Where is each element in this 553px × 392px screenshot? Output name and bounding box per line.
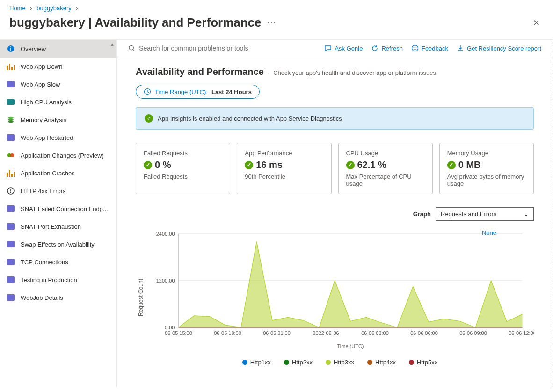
sidebar-item-webjob[interactable]: WebJob Details	[0, 289, 116, 306]
svg-point-15	[416, 47, 417, 48]
chart-ylabel: Request Count	[136, 229, 146, 366]
sidebar-item-overview[interactable]: Overview	[0, 40, 116, 58]
check-icon: ✓	[447, 161, 456, 169]
breadcrumb-app[interactable]: buggybakery	[36, 5, 71, 12]
clock-icon	[144, 88, 151, 95]
svg-point-11	[129, 45, 133, 50]
sidebar-item-http-4xx[interactable]: HTTP 4xx Errors	[0, 182, 116, 200]
card-title: Failed Requests	[144, 150, 222, 157]
svg-line-12	[133, 50, 135, 51]
more-icon[interactable]: ···	[262, 18, 277, 28]
sidebar-item-web-app-slow[interactable]: Web App Slow	[0, 75, 116, 93]
svg-point-7	[10, 153, 14, 157]
svg-point-13	[412, 45, 418, 51]
sidebar-item-high-cpu[interactable]: High CPU Analysis	[0, 93, 116, 111]
sidebar-item-label: Web App Slow	[21, 81, 60, 88]
sidebar-item-label: Application Changes (Preview)	[21, 152, 104, 159]
sidebar-item-label: Web App Restarted	[21, 134, 73, 141]
card-title: App Performance	[245, 150, 323, 157]
svg-text:06-05 15:00: 06-05 15:00	[165, 330, 192, 336]
card-value: 0 %	[155, 160, 171, 170]
card-value: 0 MB	[458, 160, 481, 170]
ask-genie-button[interactable]: Ask Genie	[324, 44, 363, 52]
svg-text:1200.00: 1200.00	[156, 278, 175, 283]
sidebar-item-label: Testing in Production	[21, 276, 77, 283]
chat-icon	[324, 44, 332, 52]
feedback-button[interactable]: Feedback	[411, 44, 448, 52]
card-sub: Avg private bytes of memory usage	[447, 173, 526, 187]
search-icon	[128, 44, 135, 52]
card-sub: Max Percentage of CPU usage	[346, 173, 425, 187]
sidebar-item-snat-exhaustion[interactable]: SNAT Port Exhaustion	[0, 218, 116, 235]
time-range-pill[interactable]: Time Range (UTC): Last 24 Hours	[136, 85, 260, 99]
bar-chart-icon	[7, 169, 15, 177]
refresh-button[interactable]: Refresh	[371, 44, 403, 52]
svg-text:2400.00: 2400.00	[156, 231, 175, 237]
card-sub: Failed Requests	[144, 173, 222, 180]
bar-chart-icon	[7, 62, 15, 71]
card-memory-usage[interactable]: Memory Usage ✓0 MB Avg private bytes of …	[439, 143, 534, 194]
sidebar: ▲ Overview Web App Down Web App Slow Hig…	[0, 40, 117, 387]
graph-label: Graph	[413, 211, 431, 218]
sidebar-item-snat-failed[interactable]: SNAT Failed Connection Endp...	[0, 200, 116, 218]
search-input[interactable]	[139, 44, 316, 52]
card-failed-requests[interactable]: Failed Requests ✓0 % Failed Requests	[136, 143, 230, 194]
sidebar-item-crashes[interactable]: Application Crashes	[0, 164, 116, 182]
card-app-performance[interactable]: App Performance ✓16 ms 90th Percentile	[237, 143, 331, 194]
chevron-down-icon: ⌄	[524, 211, 529, 218]
svg-point-2	[10, 46, 11, 47]
smile-icon	[411, 44, 419, 52]
svg-text:06-05 21:00: 06-05 21:00	[263, 330, 291, 336]
check-icon: ✓	[346, 161, 355, 169]
svg-point-5	[8, 121, 14, 123]
chart-none-button[interactable]: None	[482, 229, 496, 236]
card-value: 16 ms	[256, 160, 283, 170]
collapse-icon[interactable]: ▲	[110, 42, 115, 47]
sidebar-item-swap[interactable]: Swap Effects on Availability	[0, 235, 116, 253]
section-subtitle: Check your app's health and discover app…	[273, 69, 438, 76]
sidebar-item-tcp[interactable]: TCP Connections	[0, 253, 116, 271]
panel-icon	[7, 222, 15, 231]
section-title: Availability and Performance	[136, 66, 264, 77]
cpu-chart-icon	[7, 98, 15, 106]
svg-rect-1	[10, 48, 11, 51]
sidebar-item-label: SNAT Port Exhaustion	[21, 223, 81, 230]
svg-text:0.00: 0.00	[165, 325, 175, 330]
sidebar-item-label: HTTP 4xx Errors	[21, 188, 66, 195]
resiliency-button[interactable]: Get Resiliency Score report	[457, 44, 541, 52]
check-icon: ✓	[245, 161, 253, 169]
graph-select[interactable]: Requests and Errors ⌄	[436, 207, 534, 221]
card-value: 62.1 %	[357, 160, 386, 170]
panel-icon	[7, 276, 15, 284]
check-icon: ✓	[145, 114, 153, 123]
database-icon	[7, 116, 15, 124]
sidebar-item-label: Application Crashes	[21, 170, 75, 177]
breadcrumb-home[interactable]: Home	[9, 5, 26, 12]
breadcrumb: Home › buggybakery ›	[0, 0, 553, 14]
sidebar-item-label: Overview	[21, 45, 46, 52]
close-icon[interactable]: ✕	[529, 16, 544, 30]
sidebar-item-label: Web App Down	[21, 63, 62, 70]
sidebar-item-restarted[interactable]: Web App Restarted	[0, 129, 116, 146]
sidebar-item-label: Swap Effects on Availability	[21, 241, 95, 248]
panel-icon	[7, 240, 15, 248]
sidebar-item-testing-prod[interactable]: Testing in Production	[0, 271, 116, 289]
svg-rect-9	[10, 189, 11, 192]
panel-icon	[7, 293, 15, 302]
svg-point-10	[10, 192, 11, 193]
error-icon	[7, 187, 15, 195]
card-title: CPU Usage	[346, 150, 425, 157]
section-title-dash: -	[268, 69, 269, 76]
sidebar-item-app-changes[interactable]: Application Changes (Preview)	[0, 146, 116, 164]
svg-point-14	[414, 47, 415, 48]
sidebar-item-memory-analysis[interactable]: Memory Analysis	[0, 111, 116, 129]
svg-text:06-06 09:00: 06-06 09:00	[459, 330, 487, 336]
sidebar-item-label: High CPU Analysis	[21, 99, 72, 106]
sidebar-item-label: Memory Analysis	[21, 116, 66, 123]
panel-icon	[7, 133, 15, 142]
sidebar-item-web-app-down[interactable]: Web App Down	[0, 58, 116, 75]
info-icon	[7, 44, 15, 53]
card-cpu-usage[interactable]: CPU Usage ✓62.1 % Max Percentage of CPU …	[338, 143, 433, 194]
svg-point-3	[8, 117, 14, 119]
svg-text:Time (UTC): Time (UTC)	[337, 343, 364, 349]
